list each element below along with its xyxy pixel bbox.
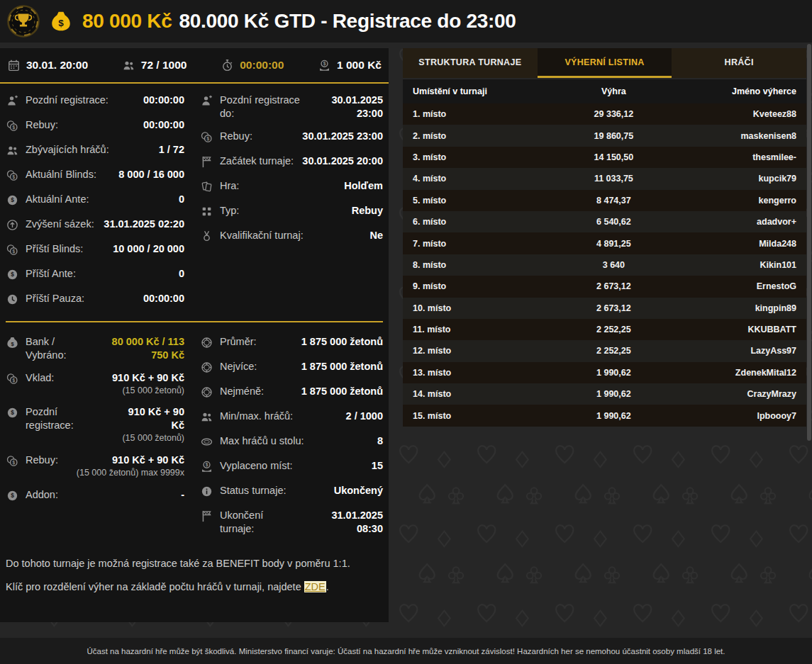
cell-place: 8. místo: [413, 260, 553, 270]
table-row: 7. místo4 891,25Milda248: [403, 232, 806, 254]
cell-place: 5. místo: [413, 196, 553, 206]
cell-win: 3 640: [553, 260, 675, 270]
stat-label: Max hráčů u stolu:: [220, 434, 371, 448]
stat-value-block: 30.01.2025 23:00: [312, 94, 383, 120]
stat-label: Zbývajících hráčů:: [26, 143, 152, 157]
cell-place: 14. místo: [413, 389, 553, 399]
stat-value-block: 30.01.2025 23:00: [302, 130, 383, 143]
legal-warning-text: Účast na hazardní hře může být škodlivá.…: [87, 647, 725, 655]
cell-winner: maskenisen8: [674, 131, 796, 141]
tab-struktura-turnaje[interactable]: STRUKTURA TURNAJE: [403, 48, 538, 78]
table-row: 11. místo2 252,25KKUBBATT: [403, 319, 806, 340]
table-row: 4. místo11 033,75kupcik79: [403, 168, 806, 189]
stats-column-blinds: Pozdní registrace:00:00:00Rebuy:00:00:00…: [6, 94, 184, 317]
topbar-stat: 72 / 1000: [122, 58, 187, 72]
stat-value: 30.01.2025 23:00: [312, 94, 383, 120]
stat-label: Bank / Vybráno:: [26, 335, 87, 362]
stat-label: Typ:: [220, 204, 345, 218]
person-plus-icon: [200, 94, 213, 108]
note-benefit: Do tohoto turnaje je možná registrace ta…: [6, 557, 379, 570]
cell-place: 10. místo: [413, 303, 553, 313]
stat-label: Hra:: [220, 179, 338, 193]
stat-row: Bank / Vybráno:80 000 Kč / 113 750 Kč: [6, 335, 184, 362]
stat-value: 0: [179, 193, 184, 206]
stat-label: Vyplaceno míst:: [220, 459, 365, 473]
stat-row: Kvalifikační turnaj:Ne: [200, 229, 383, 244]
grid-icon: [200, 205, 213, 218]
stat-label: Status turnaje:: [220, 484, 328, 497]
table-row: 14. místo1 990,62CrazyMrazy: [403, 383, 806, 405]
dollar-circle-icon: [6, 193, 19, 207]
stat-label: Pozdní registrace:: [26, 94, 137, 107]
header-bar: 80 000 Kč80.000 Kč GTD - Registrace do 2…: [0, 0, 812, 43]
stat-label: Aktuální Ante:: [26, 193, 172, 206]
stat-label: Nejvíce:: [220, 360, 295, 373]
stat-value-block: 1 875 000 žetonů: [301, 335, 383, 349]
chip-icon: [200, 336, 213, 349]
coins-icon: [6, 169, 19, 182]
cell-winner: Milda248: [674, 239, 796, 249]
payout-key-link[interactable]: ZDE: [304, 581, 326, 592]
topbar-stat-value: 72 / 1000: [141, 59, 187, 72]
stat-value-block: 31.01.2025 02:20: [104, 218, 184, 231]
note-payout-key: Klíč pro rozdělení výher na základě počt…: [6, 580, 379, 594]
stat-row: Min/max. hráčů:2 / 1000: [200, 410, 383, 425]
stat-subvalue: (15 000 žetonů): [113, 432, 184, 444]
stat-value-block: 00:00:00: [143, 118, 184, 132]
cell-winner: ErnestoG: [674, 281, 796, 291]
stats-column-chips: Průměr:1 875 000 žetonůNejvíce:1 875 000…: [200, 335, 383, 545]
cell-winner: thesmilee-: [674, 152, 796, 162]
dollar-circle-icon: [6, 268, 19, 281]
stat-row: Addon:-: [6, 488, 184, 504]
coins-icon: [6, 372, 19, 386]
guaranteed-prize: 80 000 Kč: [82, 10, 172, 32]
cell-win: 11 033,75: [553, 174, 675, 184]
stat-value-block: 00:00:00: [143, 292, 184, 305]
winners-table: 1. místo29 336,12Kveteez882. místo19 860…: [403, 103, 806, 427]
cell-winner: ZdenekMital12: [674, 368, 796, 378]
tab-vyherni-listina[interactable]: VÝHERNÍ LISTINA: [538, 48, 672, 78]
cell-place: 13. místo: [413, 368, 553, 378]
moneybag-icon: [49, 9, 73, 33]
stat-row: Pozdní registrace do:30.01.2025 23:00: [200, 94, 383, 120]
stat-label: Začátek turnaje:: [220, 154, 296, 168]
stat-value-block: 910 Kč + 90 Kč(15 000 žetonů) max 9999x: [77, 454, 184, 479]
users-icon: [122, 59, 135, 72]
stat-value-block: 31.01.2025 08:30: [304, 509, 383, 536]
tab-bar: STRUKTURA TURNAJEVÝHERNÍ LISTINAHRÁČI: [403, 48, 806, 78]
stat-row: Pozdní registrace:00:00:00: [6, 94, 184, 109]
tab-hraci[interactable]: HRÁČI: [672, 48, 806, 78]
stat-value-block: 910 Kč + 90 Kč(15 000 žetonů): [113, 405, 184, 444]
cell-place: 1. místo: [413, 109, 553, 119]
stat-row: Nejméně:1 875 000 žetonů: [200, 385, 383, 400]
table-row: 1. místo29 336,12Kveteez88: [403, 103, 806, 125]
cell-win: 2 673,12: [553, 281, 675, 291]
trophy-chip-icon: [7, 5, 40, 38]
table-row: 6. místo6 540,62adadvor+: [403, 211, 806, 232]
stat-value-block: 1 875 000 žetonů: [301, 385, 383, 398]
stat-value: 8: [377, 434, 383, 448]
stat-value-block: 0: [179, 267, 184, 281]
stat-label: Aktuální Blinds:: [26, 168, 112, 181]
chip-icon: [200, 386, 213, 399]
cell-winner: LazyAss97: [674, 346, 796, 356]
topbar-stat-value: 00:00:00: [240, 59, 284, 72]
cell-winner: kupcik79: [674, 174, 796, 184]
stat-label: Min/max. hráčů:: [220, 410, 340, 423]
cell-win: 2 252,25: [553, 325, 675, 334]
cell-win: 4 891,25: [553, 239, 675, 249]
legal-footer: Účast na hazardní hře může být škodlivá.…: [0, 638, 812, 664]
table-row: 2. místo19 860,75maskenisen8: [403, 125, 806, 146]
stat-value-block: Ne: [369, 229, 383, 242]
note-suffix: .: [326, 581, 329, 592]
money-hand-icon: [318, 59, 331, 72]
stat-value-block: 2 / 1000: [346, 410, 383, 423]
cell-winner: kengerro: [674, 196, 796, 206]
stat-row: Vklad:910 Kč + 90 Kč(15 000 žetonů): [6, 371, 184, 397]
dollar-circle-icon: [6, 489, 19, 502]
stat-row: Příští Blinds:10 000 / 20 000: [6, 242, 184, 258]
scrollbar-thumb[interactable]: [807, 44, 811, 441]
cell-place: 3. místo: [413, 152, 553, 162]
flag-icon: [200, 510, 213, 523]
cell-place: 7. místo: [413, 239, 553, 249]
